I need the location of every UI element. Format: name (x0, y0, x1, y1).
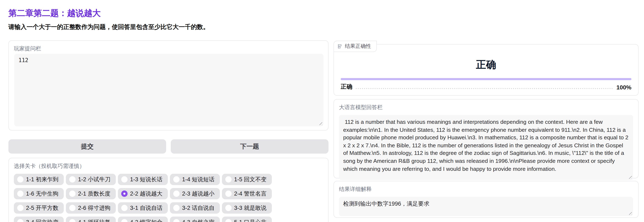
level-option[interactable]: 5-1 口是心非 (222, 216, 272, 222)
question-input[interactable]: 112 (14, 54, 324, 126)
dotted-leader (356, 88, 613, 89)
llm-answer-panel: 大语言模型回答栏 112 is a number that has variou… (334, 99, 638, 178)
question-panel-label: 玩家提问栏 (14, 45, 323, 52)
level-option-label: 3-4 回文协变 (26, 218, 58, 222)
level-option-label: 2-3 越说越小 (182, 190, 214, 198)
level-option[interactable]: 3-4 回文协变 (14, 216, 64, 222)
level-option[interactable]: 2-6 得寸进狗 (66, 202, 116, 214)
level-option[interactable]: 4-1 循环往复 (66, 216, 116, 222)
submit-button[interactable]: 提交 (8, 139, 166, 154)
level-option-label: 1-4 短说短话 (182, 176, 214, 183)
radio-icon (121, 219, 128, 222)
level-option-label: 2-6 得寸进狗 (78, 204, 110, 212)
level-option[interactable]: 1-5 回文不变 (222, 174, 272, 185)
page-subtitle: 请输入一个大于一的正整数作为问题，使回答里包含至少比它大一千的数。 (8, 23, 209, 31)
level-option[interactable]: 2-5 开平方数 (14, 202, 64, 214)
llm-answer-output[interactable]: 112 is a number that has various meaning… (339, 115, 633, 180)
radio-icon (17, 190, 24, 197)
question-textarea-wrap: 112 (14, 54, 324, 126)
explanation-label: 结果详细解释 (339, 186, 633, 193)
level-option-label: 1-2 小试牛刀 (78, 176, 110, 183)
radio-icon (17, 219, 24, 222)
level-option-label: 1-5 回文不变 (234, 176, 266, 183)
radio-icon (121, 176, 128, 182)
resize-handle-icon[interactable] (628, 175, 632, 179)
action-buttons: 提交 下一题 (8, 139, 328, 154)
result-tab: 结果正确性 (334, 41, 376, 52)
level-option-label: 1-1 初来乍到 (26, 176, 58, 183)
app-window: 第二章第二题：越说越大 请输入一个大于一的正整数作为问题，使回答里包含至少比它大… (0, 0, 644, 222)
llm-answer-label: 大语言模型回答栏 (339, 104, 633, 111)
level-option-label: 1-3 短说长话 (130, 176, 162, 183)
radio-icon (173, 205, 180, 211)
level-option-label: 3-2 话自说自 (182, 204, 214, 212)
confidence-label: 正确 (341, 83, 352, 91)
level-option[interactable]: 1-3 短说长话 (118, 174, 168, 185)
level-option[interactable]: 2-4 警世名言 (222, 188, 272, 199)
level-option[interactable]: 4-3 自然之密 (170, 216, 220, 222)
level-option-label: 2-4 警世名言 (234, 190, 266, 198)
level-option-label: 2-5 开平方数 (26, 204, 58, 212)
level-option-label: 4-3 自然之密 (182, 218, 214, 222)
level-select-panel: 选择关卡（投机取巧需谨慎） 1-1 初来乍到1-2 小试牛刀1-3 短说长话1-… (8, 158, 328, 222)
result-panel: 结果正确性 正确 正确 100% (334, 44, 638, 96)
radio-icon (17, 205, 24, 211)
level-option[interactable]: 3-1 自说自话 (118, 202, 168, 214)
level-option-label: 2-2 越说越大 (130, 190, 162, 198)
confidence-row: 正确 100% (341, 83, 632, 91)
resize-handle-icon[interactable] (628, 211, 632, 215)
level-option[interactable]: 2-2 越说越大 (118, 188, 168, 199)
page-title: 第二章第二题：越说越大 (8, 8, 101, 19)
label-chart-icon (338, 44, 342, 49)
level-option[interactable]: 1-2 小试牛刀 (66, 174, 116, 185)
radio-icon (225, 176, 232, 182)
radio-icon (69, 205, 76, 211)
level-option-label: 1-6 无中生狗 (26, 190, 58, 198)
radio-icon (173, 190, 180, 197)
level-option-label: 4-2 惜字如金 (130, 218, 162, 222)
level-option-label: 3-3 就是敢说 (234, 204, 266, 212)
level-option[interactable]: 3-3 就是敢说 (222, 202, 272, 214)
radio-icon (69, 219, 76, 222)
radio-icon (225, 205, 232, 211)
level-option-label: 3-1 自说自话 (130, 204, 162, 212)
level-option[interactable]: 1-1 初来乍到 (14, 174, 64, 185)
confidence-group: 正确 100% (341, 78, 632, 91)
radio-icon (69, 190, 76, 197)
level-option-label: 5-1 口是心非 (234, 218, 266, 222)
level-select-label: 选择关卡（投机取巧需谨慎） (14, 162, 323, 170)
confidence-bar (341, 78, 632, 80)
next-question-button[interactable]: 下一题 (171, 139, 328, 154)
level-option-label: 2-1 质数长度 (78, 190, 110, 198)
radio-icon (225, 219, 232, 222)
radio-icon (225, 190, 232, 197)
level-option-label: 4-1 循环往复 (78, 218, 110, 222)
radio-selected-icon (121, 190, 128, 197)
level-option[interactable]: 1-6 无中生狗 (14, 188, 64, 199)
radio-icon (121, 205, 128, 211)
result-value: 正确 (341, 58, 632, 71)
result-tab-label: 结果正确性 (345, 43, 371, 50)
question-panel: 玩家提问栏 112 (8, 40, 328, 130)
radio-icon (17, 176, 24, 182)
level-option[interactable]: 4-2 惜字如金 (118, 216, 168, 222)
radio-icon (173, 176, 180, 182)
level-option[interactable]: 2-3 越说越小 (170, 188, 220, 199)
level-option[interactable]: 2-1 质数长度 (66, 188, 116, 199)
radio-icon (69, 176, 76, 182)
explanation-output[interactable]: 检测到输出中数字1996，满足要求 (339, 197, 633, 216)
level-option[interactable]: 3-2 话自说自 (170, 202, 220, 214)
explanation-panel: 结果详细解释 检测到输出中数字1996，满足要求 (334, 181, 638, 218)
confidence-percent: 100% (616, 84, 632, 91)
radio-icon (173, 219, 180, 222)
level-options: 1-1 初来乍到1-2 小试牛刀1-3 短说长话1-4 短说短话1-5 回文不变… (14, 174, 323, 222)
level-option[interactable]: 1-4 短说短话 (170, 174, 220, 185)
